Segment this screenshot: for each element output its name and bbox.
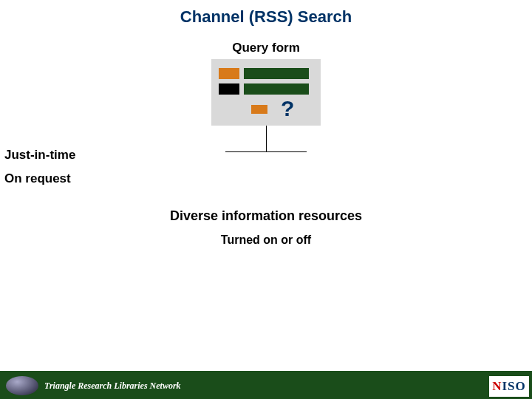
submit-swatch-orange <box>251 105 267 114</box>
niso-iso: ISO <box>502 379 525 393</box>
footer-logo-icon <box>6 376 38 395</box>
slide: Channel (RSS) Search Query form ? Just-i… <box>0 0 532 399</box>
connector-horizontal <box>225 151 307 152</box>
field-swatch-orange <box>219 68 239 79</box>
query-form-label: Query form <box>0 41 532 55</box>
field-swatch-black <box>219 83 239 95</box>
field-bar-1 <box>244 68 309 79</box>
label-on-request: On request <box>4 171 71 186</box>
footer-org-name: Triangle Research Libraries Network <box>44 381 181 392</box>
footer-bar: Triangle Research Libraries Network NISO <box>0 371 532 399</box>
niso-badge: NISO <box>489 376 529 397</box>
label-turned-on-off: Turned on or off <box>0 233 532 247</box>
connector-vertical <box>266 126 267 151</box>
question-mark-icon: ? <box>281 96 294 121</box>
niso-logo-text: NISO <box>492 379 526 394</box>
slide-title: Channel (RSS) Search <box>0 7 532 27</box>
field-bar-2 <box>244 83 309 95</box>
label-diverse-resources: Diverse information resources <box>0 208 532 224</box>
niso-n: N <box>492 379 502 393</box>
label-just-in-time: Just-in-time <box>4 148 75 163</box>
